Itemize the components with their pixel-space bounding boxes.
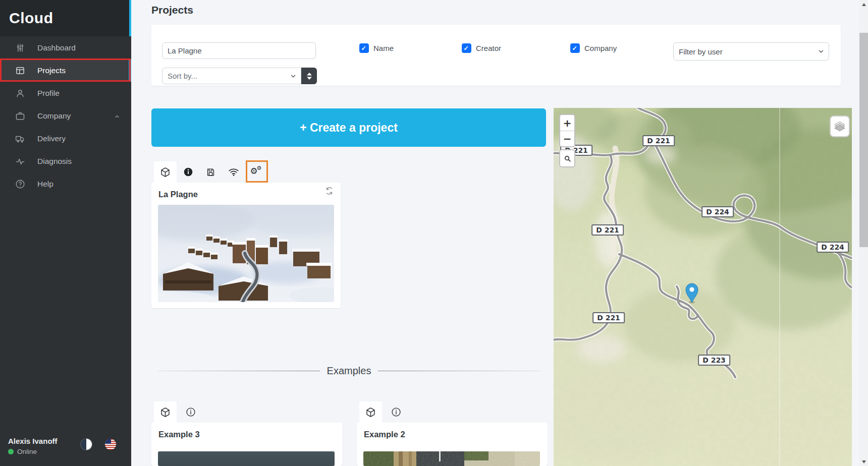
example2-photo[interactable] bbox=[363, 451, 540, 466]
example3-tabs bbox=[154, 401, 202, 423]
examples-label: Examples bbox=[320, 365, 378, 377]
sidebar-item-help[interactable]: Help bbox=[0, 172, 131, 195]
sort-select-wrap: Sort by... bbox=[162, 68, 301, 84]
sync-icon[interactable] bbox=[325, 187, 334, 197]
scrollbar-up-button[interactable] bbox=[859, 0, 868, 9]
tab-save[interactable] bbox=[199, 161, 222, 183]
person-icon bbox=[15, 88, 25, 98]
theme-toggle[interactable] bbox=[81, 439, 92, 450]
checkbox-label: Company bbox=[584, 44, 617, 52]
zoom-out-button[interactable]: − bbox=[560, 131, 574, 146]
filter-checkbox-company: Company bbox=[570, 43, 617, 53]
info-outline-icon bbox=[186, 407, 196, 417]
info-outline-icon bbox=[391, 407, 401, 417]
project-photo[interactable] bbox=[158, 205, 334, 302]
example2-card[interactable]: Example 2 bbox=[357, 423, 548, 466]
tab-3d-model[interactable] bbox=[359, 401, 382, 423]
filter-card: Sort by... Name Creator Company Filter b… bbox=[151, 25, 841, 86]
floppy-icon bbox=[206, 167, 215, 177]
tab-settings[interactable]: ⚙⚙ bbox=[245, 161, 267, 183]
sidebar-nav: Dashboard Projects Profile Company Deliv… bbox=[0, 36, 131, 195]
tab-3d-model[interactable] bbox=[154, 401, 177, 423]
zoom-control: + − bbox=[559, 114, 575, 147]
cube-icon bbox=[160, 407, 171, 418]
sidebar-item-label: Company bbox=[37, 111, 71, 121]
road-label: D 224 bbox=[817, 242, 849, 253]
tab-3d-model[interactable] bbox=[154, 161, 177, 183]
sidebar-item-label: Projects bbox=[37, 66, 66, 75]
sort-arrows-icon bbox=[306, 72, 312, 80]
example2-title: Example 2 bbox=[364, 430, 405, 439]
language-flag-us[interactable] bbox=[105, 439, 116, 450]
map-search-button[interactable] bbox=[560, 150, 574, 166]
filter-checkbox-creator: Creator bbox=[462, 43, 501, 53]
examples-divider: Examples bbox=[158, 363, 540, 378]
sort-select[interactable]: Sort by... bbox=[162, 68, 301, 84]
tab-info[interactable] bbox=[179, 401, 202, 423]
wifi-icon bbox=[228, 166, 239, 178]
briefcase-icon bbox=[15, 111, 25, 121]
road-label: D 221 bbox=[591, 224, 624, 236]
map[interactable]: D 221D 221D 224D 221D 224D 221D 223 + − bbox=[554, 108, 852, 466]
layout-icon bbox=[15, 66, 25, 76]
sidebar-item-diagnosis[interactable]: Diagnosis bbox=[0, 150, 131, 172]
project-card-tabs: ⚙⚙ bbox=[154, 161, 267, 183]
layers-button[interactable] bbox=[830, 115, 850, 137]
create-project-label: + Create a project bbox=[300, 121, 398, 135]
filter-checkbox-name: Name bbox=[359, 43, 394, 53]
user-block: Alexis Ivanoff Online bbox=[0, 433, 131, 466]
tab-wifi[interactable] bbox=[222, 161, 245, 183]
cube-icon bbox=[160, 167, 171, 178]
example3-card[interactable]: Example 3 bbox=[151, 423, 342, 466]
page-title: Projects bbox=[151, 4, 193, 16]
user-name: Alexis Ivanoff bbox=[8, 437, 58, 445]
checkbox-label: Name bbox=[373, 44, 394, 52]
search-input[interactable] bbox=[162, 42, 316, 59]
sidebar-item-label: Profile bbox=[37, 89, 60, 98]
checkbox-name[interactable] bbox=[359, 43, 369, 53]
sidebar-item-profile[interactable]: Profile bbox=[0, 82, 131, 104]
sidebar-item-projects[interactable]: Projects bbox=[0, 59, 131, 82]
sidebar-item-delivery[interactable]: Delivery bbox=[0, 127, 131, 150]
map-terrain bbox=[554, 108, 852, 466]
checkbox-creator[interactable] bbox=[462, 43, 471, 53]
app-logo: Cloud bbox=[9, 10, 53, 27]
user-filter-wrap: Filter by user bbox=[673, 42, 829, 61]
sliders-icon bbox=[15, 43, 25, 53]
truck-icon bbox=[15, 134, 25, 144]
user-filter-select[interactable]: Filter by user bbox=[673, 42, 829, 61]
example3-photo[interactable] bbox=[158, 451, 335, 466]
road-label: D 224 bbox=[701, 206, 734, 217]
sidebar: Cloud Dashboard Projects Profile Company… bbox=[0, 0, 131, 466]
scrollbar-thumb[interactable] bbox=[859, 33, 868, 247]
sidebar-item-dashboard[interactable]: Dashboard bbox=[0, 36, 131, 59]
gears-icon: ⚙⚙ bbox=[250, 166, 262, 178]
example3-title: Example 3 bbox=[158, 430, 200, 439]
cube-icon bbox=[365, 407, 376, 418]
scrollbar-down-button[interactable] bbox=[859, 457, 868, 466]
tab-info[interactable] bbox=[177, 161, 199, 183]
checkbox-label: Creator bbox=[476, 44, 501, 52]
project-card[interactable]: La Plagne bbox=[151, 183, 341, 308]
create-project-button[interactable]: + Create a project bbox=[151, 108, 546, 147]
zoom-in-button[interactable]: + bbox=[560, 115, 574, 131]
activity-icon bbox=[15, 156, 25, 166]
sidebar-header: Cloud bbox=[0, 0, 131, 36]
tab-info[interactable] bbox=[385, 401, 407, 423]
scrollbar[interactable] bbox=[859, 0, 868, 466]
sort-direction-button[interactable] bbox=[301, 68, 317, 84]
divider-line bbox=[378, 371, 540, 371]
sidebar-item-label: Diagnosis bbox=[37, 157, 72, 166]
sidebar-item-label: Delivery bbox=[37, 134, 66, 143]
divider-line bbox=[158, 371, 320, 371]
status-text: Online bbox=[17, 448, 37, 455]
sidebar-item-company[interactable]: Company bbox=[0, 104, 131, 127]
example2-tabs bbox=[359, 401, 407, 423]
sidebar-item-label: Help bbox=[37, 180, 53, 189]
sidebar-item-label: Dashboard bbox=[37, 43, 76, 52]
map-marker[interactable] bbox=[685, 282, 698, 304]
road-label: D 223 bbox=[698, 355, 730, 366]
header-accent-bar bbox=[129, 0, 131, 36]
checkbox-company[interactable] bbox=[570, 43, 580, 53]
road-label: D 221 bbox=[592, 312, 625, 323]
